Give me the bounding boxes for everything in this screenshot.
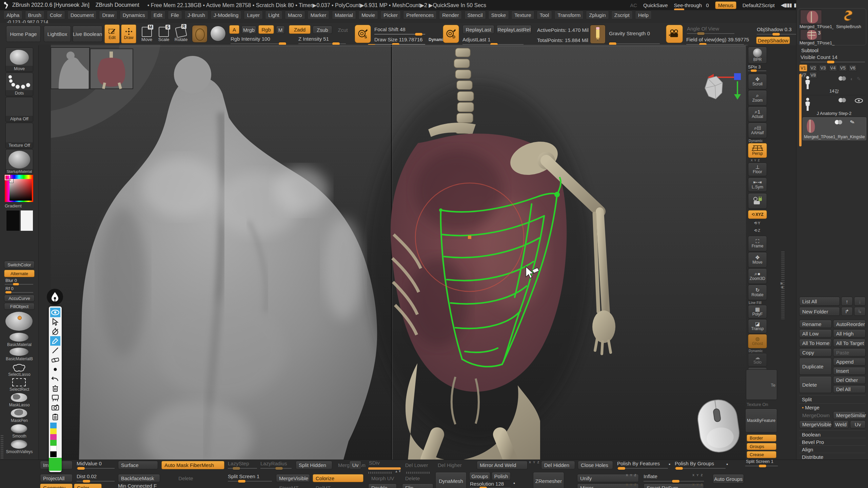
backface-mask-button[interactable]: BackfaceMask <box>118 474 160 482</box>
menu-dynamics[interactable]: Dynamics <box>120 11 148 19</box>
annot-eye-tool[interactable] <box>50 308 60 317</box>
rotate-canvas-button[interactable]: ↻Rotate <box>748 285 767 300</box>
default-zscript-button[interactable]: DefaultZScript <box>743 2 775 8</box>
document-canvas[interactable] <box>38 45 748 460</box>
menu-tool[interactable]: Tool <box>537 11 552 19</box>
subtool-down-button[interactable]: ↓ <box>854 297 866 306</box>
border-button[interactable]: Border <box>747 434 776 442</box>
material-preview-sphere[interactable] <box>5 312 33 331</box>
rotate-y-button[interactable]: ⟲Y <box>751 220 763 226</box>
split-hidden-button[interactable]: Split Hidden <box>296 461 332 469</box>
document-thumbnail-1[interactable] <box>51 47 90 89</box>
secondary-color-swatch[interactable] <box>20 210 33 231</box>
color-picker[interactable] <box>5 175 33 202</box>
smooth-valleys-thumb[interactable] <box>11 440 27 449</box>
move-out-folder-button[interactable]: ↳ <box>854 307 866 316</box>
angle-of-view-track[interactable] <box>687 33 734 34</box>
brush-move-thumbnail[interactable]: Move <box>5 47 33 72</box>
morph-uv-button[interactable]: Morph UV <box>368 474 397 482</box>
colorize-button[interactable]: Colorize <box>313 474 363 482</box>
polish-by-groups-track[interactable] <box>675 468 726 469</box>
delete-button[interactable]: Delete <box>799 376 832 393</box>
merge-down-button[interactable]: MergeDown <box>799 411 832 419</box>
zcut-button[interactable]: Zcut <box>334 26 351 34</box>
camera-lock-button[interactable] <box>748 193 767 209</box>
menu-alpha[interactable]: Alpha <box>3 11 22 19</box>
menu-edit[interactable]: Edit <box>151 11 165 19</box>
del-hidden-button[interactable]: Del Hidden <box>541 461 575 469</box>
subtool-item-1[interactable]: ◐ ✎ 14강 <box>803 74 866 95</box>
menu-light[interactable]: Light <box>265 11 282 19</box>
annot-color-grid[interactable] <box>50 423 60 457</box>
home-page-button[interactable]: Home Page <box>6 26 41 42</box>
mrgb-button[interactable]: Mrgb <box>241 26 256 34</box>
floor-button[interactable]: ⊥Floor <box>748 163 767 176</box>
rotate-z-button[interactable]: ⟲Z <box>751 227 763 234</box>
stroke-s-icon[interactable]: S <box>355 25 371 43</box>
append-button[interactable]: Append <box>833 358 866 366</box>
gravity-pencil-swatch[interactable] <box>590 25 606 44</box>
resolution-dot[interactable]: • <box>513 480 515 486</box>
delete-dim-button[interactable]: Delete <box>170 474 202 482</box>
insert-button[interactable]: Insert <box>833 367 866 375</box>
solo-button[interactable]: ☁Solo <box>748 353 767 367</box>
replay-last-rel-button[interactable]: ReplayLastRel <box>496 25 532 34</box>
lsym-button[interactable]: ⇤⇥L.Sym <box>748 178 767 192</box>
z-intensity-track[interactable] <box>298 43 346 44</box>
new-folder-button[interactable]: New Folder <box>799 307 840 316</box>
scale-gizmo-button[interactable]: S Scale <box>155 25 172 43</box>
menu-movie[interactable]: Movie <box>358 11 378 19</box>
menu-preferences[interactable]: Preferences <box>403 11 437 19</box>
geometry-button[interactable]: Geometry <box>40 484 73 488</box>
menu-file[interactable]: File <box>168 11 182 19</box>
visible-count-track[interactable] <box>801 62 865 62</box>
zsub-button[interactable]: Zsub <box>313 26 332 34</box>
accucurve-button[interactable]: AccuCurve <box>4 295 35 302</box>
annot-trash-button[interactable] <box>50 384 60 393</box>
weld-button[interactable]: Weld <box>833 421 849 428</box>
close-holes-button[interactable]: Close Holes <box>578 461 613 469</box>
polypaint-icon[interactable] <box>839 98 845 103</box>
rf-track[interactable] <box>5 292 33 293</box>
inflate-track[interactable] <box>644 481 704 482</box>
annot-undo-button[interactable] <box>50 374 60 384</box>
menu-render[interactable]: Render <box>439 11 462 19</box>
menu-zscript[interactable]: Zscript <box>611 11 633 19</box>
annotation-pen-button[interactable] <box>47 289 63 305</box>
merge-visible-bottom-button[interactable]: MergeVisible <box>276 474 310 482</box>
double-button[interactable]: Double <box>368 484 397 488</box>
split-screen-right-track[interactable] <box>745 466 778 466</box>
rgb-button[interactable]: Rgb <box>258 25 274 34</box>
annot-timer-tool[interactable] <box>50 327 60 336</box>
dist-track[interactable] <box>77 481 115 482</box>
polypaint-dim-icon[interactable] <box>839 76 845 82</box>
active-brush-icon[interactable]: ✎ <box>849 119 855 126</box>
projectall-button[interactable]: ProjectAll <box>40 474 73 482</box>
tab-v2[interactable]: V2 <box>809 64 817 72</box>
auto-groups-button[interactable]: Auto Groups <box>713 474 744 484</box>
menu-draw[interactable]: Draw <box>99 11 117 19</box>
auto-reorder-button[interactable]: AutoReorder <box>833 320 866 328</box>
zadd-button[interactable]: Zadd <box>289 25 311 34</box>
draw-button[interactable]: Draw <box>121 24 136 43</box>
menu-marker[interactable]: Marker <box>308 11 330 19</box>
groups-small-button[interactable]: Groups <box>469 472 490 480</box>
menu-macro[interactable]: Macro <box>285 11 305 19</box>
move-canvas-button[interactable]: ✥Move <box>748 252 767 268</box>
scroll-button[interactable]: ✥Scroll <box>748 74 767 89</box>
copy-button[interactable]: Copy <box>799 348 832 357</box>
aahalf-button[interactable]: ⌕▤AAHalf <box>748 123 767 138</box>
merge-visible-button[interactable]: MergeVisible <box>799 421 832 428</box>
lazystep-track[interactable] <box>228 468 257 469</box>
quicksave-button[interactable]: QuickSave <box>643 2 668 8</box>
delete-dim2-button[interactable]: Delete <box>402 474 428 482</box>
groups-button[interactable]: Groups <box>747 443 776 450</box>
subtool-item-2[interactable]: J Anatomy Step-2 <box>803 96 866 117</box>
actual-button[interactable]: ⌕1Actual <box>748 106 767 122</box>
stroke-dots-thumbnail[interactable]: Dots <box>5 73 33 96</box>
mirror-and-weld-button[interactable]: Mirror And Weld <box>477 461 528 469</box>
live-boolean-button[interactable]: Live Boolean <box>73 26 102 42</box>
polypaint-on-icon[interactable] <box>835 120 841 125</box>
uv-button[interactable]: Uv <box>850 421 866 428</box>
menu-texture[interactable]: Texture <box>511 11 534 19</box>
